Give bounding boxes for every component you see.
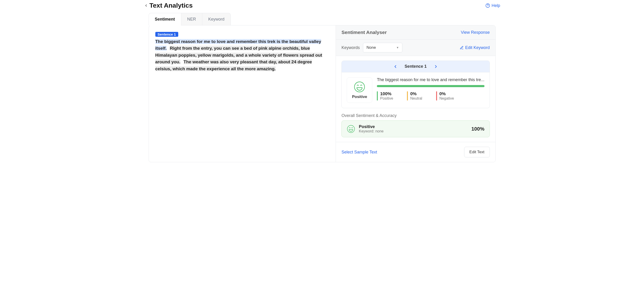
- tab-label: Keyword: [208, 17, 224, 21]
- overall-label: Positive: [359, 124, 384, 129]
- stat-pct: 0%: [439, 91, 454, 96]
- overall-keyword: Keyword: none: [359, 129, 384, 133]
- dropdown-value: None: [366, 45, 376, 50]
- neutral-tick-icon: [407, 91, 408, 101]
- page-title: Text Analytics: [150, 2, 193, 9]
- sentence-card: Sentence 1 P: [342, 61, 490, 108]
- edit-keyword-link[interactable]: Edit Keyword: [460, 45, 490, 50]
- positive-tick-icon: [377, 91, 378, 101]
- svg-point-1: [488, 6, 488, 7]
- tab-label: NER: [187, 17, 196, 21]
- sentiment-bar: [377, 85, 484, 87]
- stat-pct: 100%: [380, 91, 393, 96]
- sentence-nav-label: Sentence 1: [405, 64, 427, 69]
- stat-name: Negative: [439, 96, 454, 101]
- smile-icon: [347, 125, 355, 133]
- stat-pct: 0%: [410, 91, 422, 96]
- sentence-snippet: The biggest reason for me to love and re…: [377, 77, 484, 82]
- select-sample-text-link[interactable]: Select Sample Text: [342, 150, 377, 154]
- negative-tick-icon: [436, 91, 437, 101]
- sentiment-emoji-box: Positive: [347, 77, 372, 103]
- view-response-link[interactable]: View Response: [461, 30, 490, 35]
- keywords-label: Keywords: [342, 45, 360, 50]
- overall-title: Overall Sentiment & Accuracy: [342, 113, 490, 118]
- overall-pct: 100%: [471, 126, 484, 132]
- tab-label: Sentiment: [155, 17, 175, 21]
- stat-positive: 100% Positive: [377, 91, 393, 101]
- overall-card: Positive Keyword: none 100%: [342, 120, 490, 137]
- edit-keyword-label: Edit Keyword: [465, 45, 490, 50]
- tab-ner[interactable]: NER: [181, 13, 202, 25]
- tab-sentiment[interactable]: Sentiment: [148, 13, 181, 25]
- analyser-title: Sentiment Analyser: [342, 30, 386, 35]
- chevron-right-icon: [434, 64, 438, 69]
- stat-name: Positive: [380, 96, 393, 101]
- analyzed-text: The biggest reason for me to love and re…: [155, 38, 330, 72]
- smile-icon: [354, 81, 365, 93]
- stat-negative: 0% Negative: [436, 91, 454, 101]
- keywords-dropdown[interactable]: None ▼: [363, 43, 402, 52]
- tabs: Sentiment NER Keyword: [148, 13, 500, 25]
- chevron-left-icon: [393, 64, 398, 69]
- prev-sentence-button[interactable]: [393, 64, 398, 69]
- tab-keyword[interactable]: Keyword: [202, 13, 231, 25]
- sentence-badge: Sentence 1: [155, 32, 178, 37]
- help-link[interactable]: Help: [486, 3, 500, 8]
- next-sentence-button[interactable]: [434, 64, 438, 69]
- stat-name: Neutral: [410, 96, 422, 101]
- chevron-down-icon: ▼: [396, 46, 399, 49]
- text-area: Sentence 1 The biggest reason for me to …: [149, 25, 336, 162]
- pencil-icon: [460, 46, 464, 50]
- help-label: Help: [492, 3, 500, 8]
- stat-neutral: 0% Neutral: [407, 91, 422, 101]
- help-icon: [486, 3, 490, 8]
- edit-text-button[interactable]: Edit Text: [464, 147, 490, 157]
- sentiment-label: Positive: [352, 95, 367, 99]
- back-icon[interactable]: [144, 3, 148, 8]
